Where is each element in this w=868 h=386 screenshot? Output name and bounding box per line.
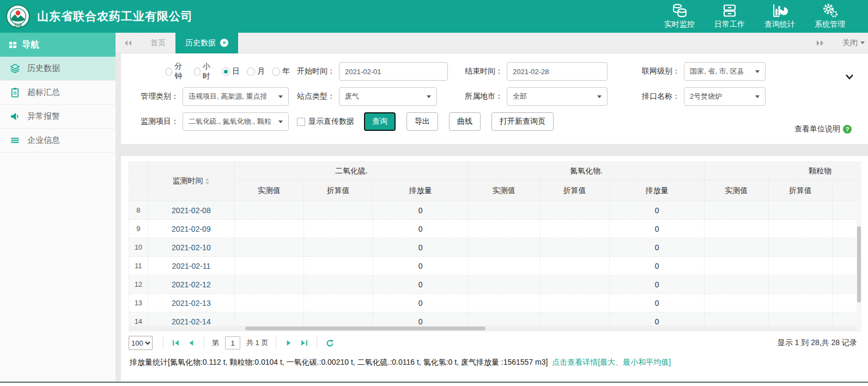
- list-icon: [10, 135, 20, 146]
- network-level-label: 联网级别：: [642, 67, 680, 76]
- col-header[interactable]: 实测值: [469, 180, 540, 201]
- row-date-link[interactable]: 2021-02-08: [148, 201, 234, 220]
- end-time-label: 结束时间：: [465, 67, 503, 76]
- time-column-header[interactable]: 监测时间: [148, 162, 234, 201]
- company-title: 山东省联合农药工业有限公司: [37, 9, 193, 24]
- period-radio-5[interactable]: 年: [272, 67, 290, 76]
- tab-history-data[interactable]: 历史数据: [175, 33, 238, 53]
- chevron-down-icon: [755, 70, 760, 73]
- monitor-items-select[interactable]: 二氧化硫., 氮氧化物., 颗粒: [183, 112, 289, 131]
- tab-label: 首页: [150, 38, 166, 48]
- network-level-select[interactable]: 国家, 省, 市, 区县: [684, 62, 766, 81]
- data-cell: [469, 257, 540, 275]
- period-radio-2[interactable]: 小时: [194, 62, 215, 81]
- export-button[interactable]: 导出: [406, 112, 438, 131]
- menu-daily-work[interactable]: 日常工作: [714, 3, 745, 29]
- data-cell: [705, 294, 768, 312]
- sort-icon[interactable]: [205, 178, 210, 185]
- menu-query-statistics[interactable]: 查询统计: [764, 3, 795, 29]
- last-page-button[interactable]: [296, 340, 312, 346]
- col-header[interactable]: 折算值: [768, 180, 832, 201]
- outlet-label: 排口名称：: [642, 92, 680, 101]
- view-details-link[interactable]: 点击查看详情[最大、最小和平均值]: [552, 358, 671, 366]
- sidebar-item-abnormal-alarm[interactable]: 异常报警: [0, 105, 116, 129]
- help-icon[interactable]: [843, 125, 852, 134]
- menu-system-management[interactable]: 系统管理: [815, 3, 845, 29]
- radio-label: 日: [232, 67, 240, 76]
- data-cell: [235, 257, 304, 275]
- row-date-link[interactable]: 2021-02-12: [148, 275, 234, 294]
- menu-label: 实时监控: [664, 20, 695, 29]
- end-time-input[interactable]: [507, 62, 608, 81]
- page-size-select[interactable]: 100: [129, 336, 153, 350]
- sidebar-item-label: 异常报警: [27, 111, 60, 122]
- sidebar-item-exceedance-summary[interactable]: 超标汇总: [0, 81, 116, 105]
- site-type-select[interactable]: 废气: [339, 87, 437, 106]
- menu-realtime-monitor[interactable]: 实时监控: [664, 3, 695, 29]
- row-number: 11: [129, 257, 148, 275]
- divider: [276, 337, 276, 349]
- manage-type-select[interactable]: 违规项目, 高架源, 重点排: [183, 87, 289, 106]
- unit-description-link[interactable]: 查看单位说明: [794, 124, 852, 134]
- row-date-link[interactable]: 2021-02-11: [148, 257, 234, 275]
- table-row: 92021-02-0900: [129, 220, 862, 238]
- data-cell: 0: [373, 238, 469, 257]
- period-radio-1[interactable]: 分钟: [166, 62, 187, 81]
- direct-data-checkbox[interactable]: [297, 118, 305, 126]
- divider: [317, 337, 317, 349]
- row-number: 8: [129, 201, 148, 220]
- chevron-down-icon: [278, 95, 283, 98]
- row-date-link[interactable]: 2021-02-10: [148, 238, 234, 257]
- sidebar-title: 导航: [22, 39, 39, 51]
- first-page-button[interactable]: [168, 340, 184, 346]
- vertical-scrollbar[interactable]: [857, 161, 861, 331]
- col-header[interactable]: 折算值: [304, 180, 373, 201]
- close-tabs-menu[interactable]: 关闭: [842, 38, 865, 48]
- horizontal-scrollbar[interactable]: [129, 325, 857, 331]
- chevron-down-icon: [427, 95, 431, 98]
- query-button[interactable]: 查询: [364, 112, 396, 131]
- sidebar-item-enterprise-info[interactable]: 企业信息: [0, 129, 116, 153]
- start-time-input[interactable]: [339, 62, 448, 81]
- refresh-button[interactable]: [322, 339, 338, 347]
- chevron-down-icon: [860, 41, 865, 44]
- period-radio-3[interactable]: 日: [222, 67, 240, 76]
- page-number-input[interactable]: [225, 336, 240, 349]
- sidebar-item-history-data[interactable]: 历史数据: [0, 57, 116, 81]
- scrollbar-thumb[interactable]: [245, 327, 485, 330]
- row-date-link[interactable]: 2021-02-09: [148, 220, 234, 238]
- data-cell: [469, 294, 540, 312]
- col-header[interactable]: 折算值: [539, 180, 610, 201]
- emission-stats-bar: 排放量统计[氮氧化物:0.112 t, 颗粒物:0.0104 t, 一氧化碳.:…: [129, 353, 861, 367]
- outlet-select[interactable]: 2号焚烧炉: [684, 87, 766, 106]
- data-cell: [768, 201, 832, 220]
- tab-scroll-left-icon[interactable]: [116, 40, 141, 46]
- manage-type-value: 违规项目, 高架源, 重点排: [189, 92, 267, 101]
- curve-button[interactable]: 曲线: [449, 112, 481, 131]
- data-cell: [469, 238, 540, 257]
- data-cell: 0: [610, 220, 705, 238]
- window-bottom-strip: [0, 383, 868, 386]
- tab-home[interactable]: 首页: [141, 33, 175, 53]
- row-date-link[interactable]: 2021-02-13: [148, 294, 234, 312]
- col-header[interactable]: 实测值: [235, 180, 304, 201]
- tab-scroll-right-icon[interactable]: [808, 40, 833, 46]
- collapse-filter-chevron-icon[interactable]: [845, 72, 854, 82]
- data-cell: 0: [610, 238, 705, 257]
- chevron-down-icon: [755, 95, 760, 98]
- next-page-button[interactable]: [281, 340, 296, 346]
- filter-panel: 分钟小时日月年 开始时间： 结束时间： 联网级别： 国家, 省,: [121, 53, 868, 144]
- scrollbar-thumb[interactable]: [857, 226, 861, 303]
- app-window: ZHB 山东省联合农药工业有限公司 实时监控 日常: [0, 0, 868, 386]
- period-radio-4[interactable]: 月: [247, 67, 265, 76]
- tab-close-icon[interactable]: [220, 39, 228, 47]
- city-select[interactable]: 全部: [507, 87, 608, 106]
- col-header[interactable]: 排放量: [373, 180, 469, 201]
- environment-logo-icon: ZHB: [5, 4, 31, 29]
- group-header-pm: 颗粒物: [705, 162, 861, 180]
- col-header[interactable]: 实测值: [705, 180, 768, 201]
- col-header[interactable]: 排放量: [610, 180, 705, 201]
- prev-page-button[interactable]: [184, 340, 199, 346]
- radio-label: 月: [257, 67, 265, 76]
- new-query-page-button[interactable]: 打开新查询页: [491, 112, 554, 131]
